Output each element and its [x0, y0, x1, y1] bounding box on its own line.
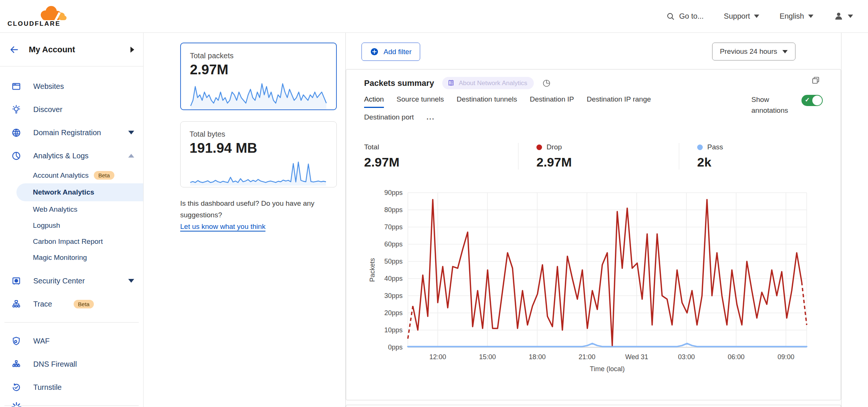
- next-panel-card: [346, 405, 841, 407]
- stat-drop: Drop 2.97M: [518, 143, 679, 170]
- chart-type-icon[interactable]: [542, 79, 551, 88]
- stat-total: Total 2.97M: [346, 143, 518, 170]
- cloudflare-cloud-icon: [37, 5, 67, 21]
- sidebar-item-account-analytics[interactable]: Account Analytics Beta: [0, 167, 143, 183]
- lightbulb-icon: [11, 105, 21, 115]
- feedback-question: Is this dashboard useful? Do you have an…: [180, 198, 327, 221]
- time-range-dropdown[interactable]: Previous 24 hours: [712, 43, 795, 60]
- sidebar-item-waf[interactable]: WAF: [0, 329, 143, 352]
- pass-dot: [697, 145, 703, 150]
- sidebar-nav: Websites Discover Domain Registration: [0, 66, 143, 406]
- chevron-down-icon: [782, 50, 788, 53]
- duplicate-icon[interactable]: [811, 75, 821, 87]
- check-icon: ✓: [805, 96, 810, 103]
- language-menu[interactable]: English: [779, 12, 813, 21]
- sidebar-item-turnstile[interactable]: Turnstile: [0, 376, 143, 399]
- go-to-search[interactable]: Go to...: [666, 12, 704, 21]
- svg-text:03:00: 03:00: [678, 353, 695, 361]
- cloudflare-wordmark: CLOUDFLARE: [7, 20, 61, 28]
- account-title: My Account: [29, 45, 130, 55]
- hierarchy-icon: [11, 359, 21, 369]
- back-arrow-icon[interactable]: [9, 45, 19, 55]
- support-label: Support: [724, 12, 750, 21]
- total-packets-label: Total packets: [190, 52, 327, 60]
- chevron-down-icon: [848, 15, 853, 18]
- svg-text:15:00: 15:00: [479, 353, 496, 361]
- tab-destination-ip-range[interactable]: Destination IP range: [587, 95, 651, 108]
- packets-summary-panel: Packets summary About Network Analytics: [346, 69, 841, 400]
- beta-badge: Beta: [74, 300, 94, 308]
- packets-time-series: 12:0015:0018:0021:00Wed 3103:0006:0009:0…: [346, 186, 841, 373]
- search-icon: [666, 12, 675, 21]
- trace-icon: [11, 299, 21, 309]
- svg-text:80pps: 80pps: [384, 206, 403, 214]
- show-annotations-label: Show annotations: [751, 94, 793, 116]
- svg-text:0pps: 0pps: [388, 344, 403, 351]
- stat-pass: Pass 2k: [679, 143, 841, 170]
- about-network-analytics-badge[interactable]: About Network Analytics: [442, 77, 534, 89]
- svg-text:Packets: Packets: [369, 258, 376, 282]
- chevron-right-icon[interactable]: [130, 47, 134, 53]
- beta-badge: Beta: [94, 171, 114, 180]
- chevron-up-icon: [128, 154, 134, 158]
- tab-destination-ip[interactable]: Destination IP: [530, 95, 574, 108]
- total-bytes-sparkline: [190, 159, 327, 186]
- support-menu[interactable]: Support: [724, 12, 759, 21]
- sidebar-item-security-center[interactable]: Security Center: [0, 269, 143, 292]
- tab-destination-tunnels[interactable]: Destination tunnels: [457, 95, 517, 108]
- svg-text:50pps: 50pps: [384, 258, 403, 265]
- divider: [4, 322, 139, 323]
- tab-action[interactable]: Action: [364, 95, 384, 108]
- svg-text:09:00: 09:00: [778, 353, 794, 361]
- top-bar: CLOUDFLARE Go to... Support English: [0, 0, 868, 33]
- total-packets-card[interactable]: Total packets 2.97M: [180, 43, 337, 110]
- sidebar: My Account Websites Discover: [0, 33, 144, 407]
- svg-text:10pps: 10pps: [384, 326, 403, 334]
- go-to-label: Go to...: [679, 12, 704, 21]
- websites-icon: [11, 81, 21, 91]
- svg-text:12:00: 12:00: [430, 353, 446, 361]
- language-label: English: [779, 12, 804, 21]
- divider: [841, 33, 841, 407]
- stat-total-label: Total: [364, 143, 379, 151]
- safe-icon: [11, 276, 21, 286]
- main-content: Add filter Previous 24 hours Packets sum…: [346, 33, 868, 407]
- sidebar-item-network-analytics[interactable]: Network Analytics: [16, 183, 143, 201]
- show-annotations-toggle[interactable]: ✓: [801, 95, 823, 106]
- stat-drop-value: 2.97M: [536, 155, 679, 170]
- sidebar-item-websites[interactable]: Websites: [0, 75, 143, 98]
- tab-source-tunnels[interactable]: Source tunnels: [397, 95, 444, 108]
- refresh-check-icon: [11, 382, 21, 392]
- sidebar-item-trace[interactable]: Trace Beta: [0, 292, 143, 316]
- svg-text:70pps: 70pps: [384, 223, 403, 231]
- sidebar-item-magic-monitoring[interactable]: Magic Monitoring: [0, 249, 143, 265]
- more-tabs-button[interactable]: ...: [427, 113, 435, 126]
- user-icon: [834, 11, 844, 21]
- sidebar-item-web-analytics[interactable]: Web Analytics: [0, 201, 143, 217]
- sidebar-item-dns-firewall[interactable]: DNS Firewall: [0, 352, 143, 376]
- cloudflare-logo[interactable]: CLOUDFLARE: [7, 5, 67, 28]
- total-packets-sparkline: [190, 81, 327, 110]
- plus-circle-icon: [370, 47, 379, 56]
- sidebar-item-discover[interactable]: Discover: [0, 98, 143, 121]
- panel-header: Packets summary About Network Analytics: [346, 69, 841, 89]
- svg-text:90pps: 90pps: [384, 189, 403, 196]
- show-annotations-control: Show annotations ✓: [751, 94, 823, 116]
- account-menu[interactable]: [834, 11, 853, 21]
- sidebar-header: My Account: [0, 33, 143, 66]
- sidebar-item-analytics-logs[interactable]: Analytics & Logs: [0, 144, 143, 167]
- svg-text:40pps: 40pps: [384, 275, 403, 282]
- tab-destination-port[interactable]: Destination port: [364, 113, 414, 126]
- add-filter-button[interactable]: Add filter: [361, 43, 420, 61]
- sidebar-item-domain-registration[interactable]: Domain Registration: [0, 121, 143, 144]
- time-series-chart: 12:0015:0018:0021:00Wed 3103:0006:0009:0…: [346, 186, 841, 374]
- book-icon: [447, 79, 455, 87]
- feedback-link[interactable]: Let us know what you think: [180, 223, 265, 230]
- panel-title: Packets summary: [364, 78, 434, 88]
- chevron-down-icon: [754, 15, 759, 18]
- total-bytes-card[interactable]: Total bytes 191.94 MB: [180, 121, 337, 187]
- sidebar-item-logpush[interactable]: Logpush: [0, 217, 143, 233]
- partial-item-icon[interactable]: [11, 402, 22, 407]
- drop-dot: [536, 145, 542, 150]
- sidebar-item-carbon-impact-report[interactable]: Carbon Impact Report: [0, 233, 143, 249]
